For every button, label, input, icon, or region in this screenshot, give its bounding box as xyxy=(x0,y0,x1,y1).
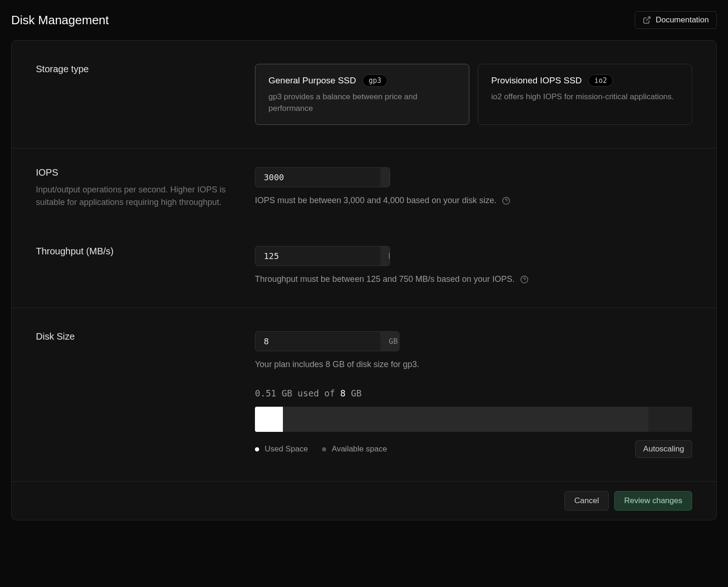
page-title: Disk Management xyxy=(11,13,109,27)
storage-option-gp3[interactable]: General Purpose SSD gp3 gp3 provides a b… xyxy=(255,64,469,125)
progress-used-segment xyxy=(255,407,283,432)
help-icon[interactable] xyxy=(502,197,510,205)
cancel-button[interactable]: Cancel xyxy=(564,491,609,511)
disk-size-section: Disk Size GB Your plan includes 8 GB of … xyxy=(12,307,716,481)
documentation-button[interactable]: Documentation xyxy=(635,11,717,29)
progress-plan-overlay xyxy=(648,407,692,432)
help-icon[interactable] xyxy=(520,275,529,284)
storage-type-section: Storage type General Purpose SSD gp3 gp3… xyxy=(12,41,716,148)
settings-panel: Storage type General Purpose SSD gp3 gp3… xyxy=(11,40,717,520)
iops-section: IOPS Input/output operations per second.… xyxy=(12,148,716,227)
throughput-input[interactable] xyxy=(255,246,380,266)
storage-option-badge: io2 xyxy=(588,75,613,87)
iops-hint: IOPS must be between 3,000 and 4,000 bas… xyxy=(255,196,496,205)
storage-option-title: Provisioned IOPS SSD xyxy=(491,75,582,86)
storage-option-desc: io2 offers high IOPS for mission-critica… xyxy=(491,91,679,103)
iops-desc: Input/output operations per second. High… xyxy=(36,184,236,209)
review-changes-button[interactable]: Review changes xyxy=(614,491,692,511)
storage-option-io2[interactable]: Provisioned IOPS SSD io2 io2 offers high… xyxy=(478,64,692,125)
storage-option-badge: gp3 xyxy=(363,75,387,87)
disk-size-label: Disk Size xyxy=(36,331,236,342)
disk-size-unit: GB xyxy=(380,332,399,351)
disk-size-hint: Your plan includes 8 GB of disk size for… xyxy=(255,360,419,369)
throughput-section: Throughput (MB/s) MB/s Throughput must b… xyxy=(12,227,716,307)
iops-unit: IOPS xyxy=(380,168,390,187)
legend-dot-available xyxy=(322,447,326,451)
autoscaling-button[interactable]: Autoscaling xyxy=(635,440,692,458)
svg-line-0 xyxy=(646,17,650,20)
storage-type-label: Storage type xyxy=(36,64,236,75)
throughput-hint: Throughput must be between 125 and 750 M… xyxy=(255,274,515,284)
storage-option-desc: gp3 provides a balance between price and… xyxy=(268,91,456,114)
legend-used-label: Used Space xyxy=(265,444,308,454)
throughput-unit: MB/s xyxy=(380,246,390,266)
progress-available-segment xyxy=(283,407,692,432)
iops-label: IOPS xyxy=(36,167,236,178)
footer-actions: Cancel Review changes xyxy=(12,481,716,520)
throughput-label: Throughput (MB/s) xyxy=(36,246,236,257)
storage-option-title: General Purpose SSD xyxy=(268,75,356,86)
disk-size-input[interactable] xyxy=(255,332,380,351)
legend-available-label: Available space xyxy=(332,444,387,454)
documentation-label: Documentation xyxy=(656,15,709,25)
external-link-icon xyxy=(643,16,651,24)
disk-usage-bar xyxy=(255,407,692,432)
iops-input[interactable] xyxy=(255,168,380,187)
disk-usage-text: 0.51 GB used of 8 GB xyxy=(255,388,692,398)
legend-dot-used xyxy=(255,447,259,451)
